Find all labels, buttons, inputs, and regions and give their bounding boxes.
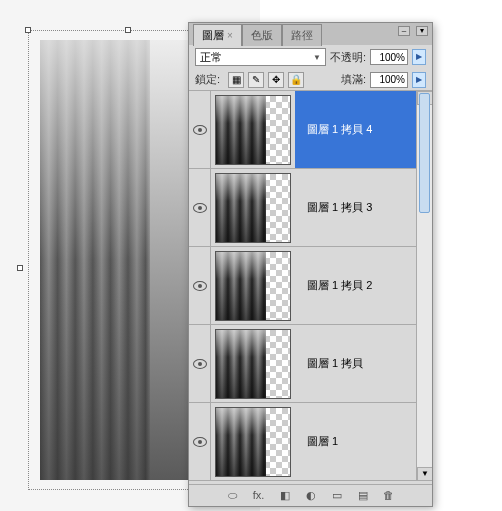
delete-layer-icon[interactable]: 🗑 xyxy=(381,489,397,503)
layer-row[interactable]: 圖層 1 拷貝 4 xyxy=(189,91,432,169)
blend-row: 正常 ▼ 不透明: ▶ xyxy=(189,45,432,69)
fill-slider-icon[interactable]: ▶ xyxy=(412,72,426,88)
layer-name[interactable]: 圖層 1 拷貝 3 xyxy=(295,169,432,246)
layer-row[interactable]: 圖層 1 拷貝 xyxy=(189,325,432,403)
layer-name[interactable]: 圖層 1 拷貝 2 xyxy=(295,247,432,324)
layer-thumbnail[interactable] xyxy=(215,251,291,321)
layers-panel: 圖層× 色版 路徑 – ▾ 正常 ▼ 不透明: ▶ 鎖定: ▦ ✎ ✥ 🔒 填滿… xyxy=(188,22,433,507)
panel-footer: ⬭ fx. ◧ ◐ ▭ ▤ 🗑 xyxy=(189,484,432,506)
transform-handle-ml[interactable] xyxy=(17,265,23,271)
layer-thumbnail[interactable] xyxy=(215,173,291,243)
opacity-slider-icon[interactable]: ▶ xyxy=(412,49,426,65)
panel-menu-icon[interactable]: ▾ xyxy=(416,26,428,36)
layer-mask-icon[interactable]: ◧ xyxy=(277,489,293,503)
lock-pixels-icon[interactable]: ✎ xyxy=(248,72,264,88)
tab-close-icon: × xyxy=(227,30,233,41)
new-layer-icon[interactable]: ▤ xyxy=(355,489,371,503)
transform-handle-tl[interactable] xyxy=(25,27,31,33)
eye-icon[interactable] xyxy=(193,125,207,135)
lock-position-icon[interactable]: ✥ xyxy=(268,72,284,88)
scroll-thumb[interactable] xyxy=(419,93,430,213)
tab-layers-label: 圖層 xyxy=(202,29,224,41)
eye-icon[interactable] xyxy=(193,203,207,213)
layer-thumbnail[interactable] xyxy=(215,329,291,399)
layer-row[interactable]: 圖層 1 拷貝 2 xyxy=(189,247,432,325)
layer-row[interactable]: 圖層 1 xyxy=(189,403,432,481)
fill-label: 填滿: xyxy=(341,72,366,87)
eye-icon[interactable] xyxy=(193,437,207,447)
lock-row: 鎖定: ▦ ✎ ✥ 🔒 填滿: ▶ xyxy=(189,69,432,91)
tab-channels[interactable]: 色版 xyxy=(242,24,282,46)
layer-style-icon[interactable]: fx. xyxy=(251,489,267,503)
layer-row[interactable]: 圖層 1 拷貝 3 xyxy=(189,169,432,247)
layer-name[interactable]: 圖層 1 xyxy=(295,403,432,480)
layer-name[interactable]: 圖層 1 拷貝 xyxy=(295,325,432,402)
lock-label: 鎖定: xyxy=(195,72,220,87)
scroll-down-icon[interactable]: ▼ xyxy=(417,467,432,481)
eye-icon[interactable] xyxy=(193,281,207,291)
blend-mode-value: 正常 xyxy=(200,50,222,65)
transform-handle-tc[interactable] xyxy=(125,27,131,33)
scrollbar[interactable]: ▲ ▼ xyxy=(416,91,432,481)
layer-name[interactable]: 圖層 1 拷貝 4 xyxy=(295,91,432,168)
opacity-label: 不透明: xyxy=(330,50,366,65)
layers-list: 圖層 1 拷貝 4 圖層 1 拷貝 3 圖層 1 拷貝 2 圖層 1 拷貝 圖層… xyxy=(189,91,432,481)
layer-thumbnail[interactable] xyxy=(215,95,291,165)
layer-thumbnail[interactable] xyxy=(215,407,291,477)
lock-all-icon[interactable]: 🔒 xyxy=(288,72,304,88)
tab-layers[interactable]: 圖層× xyxy=(193,24,242,46)
link-layers-icon[interactable]: ⬭ xyxy=(225,489,241,503)
eye-icon[interactable] xyxy=(193,359,207,369)
lock-transparency-icon[interactable]: ▦ xyxy=(228,72,244,88)
group-icon[interactable]: ▭ xyxy=(329,489,345,503)
opacity-input[interactable] xyxy=(370,49,408,65)
adjustment-layer-icon[interactable]: ◐ xyxy=(303,489,319,503)
fill-input[interactable] xyxy=(370,72,408,88)
blend-mode-dropdown[interactable]: 正常 ▼ xyxy=(195,48,326,66)
panel-minimize-icon[interactable]: – xyxy=(398,26,410,36)
tab-paths[interactable]: 路徑 xyxy=(282,24,322,46)
chevron-down-icon: ▼ xyxy=(313,53,321,62)
panel-tabs: 圖層× 色版 路徑 – ▾ xyxy=(189,23,432,45)
